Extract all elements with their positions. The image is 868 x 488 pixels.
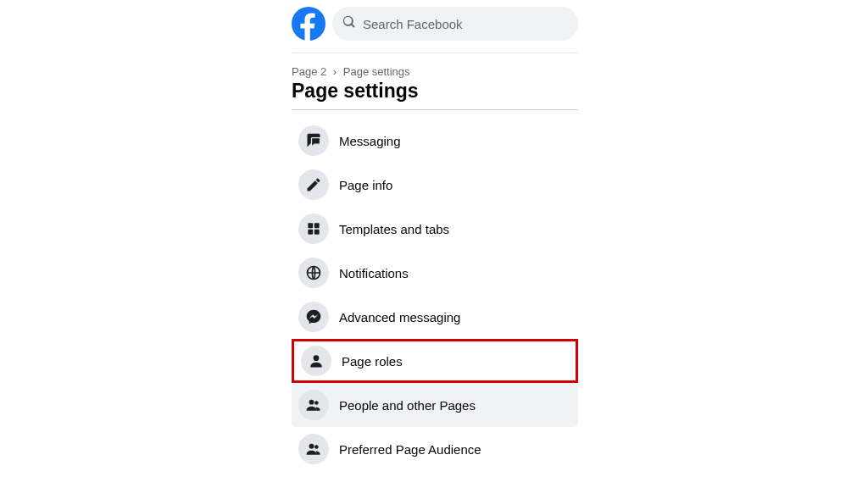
svg-rect-4 [314, 230, 320, 235]
menu-item-page-roles[interactable]: Page roles [292, 339, 578, 383]
audience-icon [298, 434, 329, 464]
breadcrumb-separator: › [333, 65, 337, 78]
search-placeholder: Search Facebook [363, 17, 463, 31]
messaging-icon [298, 125, 329, 156]
svg-point-6 [314, 355, 320, 361]
svg-rect-2 [314, 223, 320, 228]
svg-point-9 [309, 444, 314, 449]
breadcrumb: Page 2 › Page settings [292, 65, 578, 78]
menu-item-label: Messaging [339, 134, 401, 148]
pencil-icon [298, 169, 329, 200]
globe-icon [298, 258, 329, 288]
grid-icon [298, 214, 329, 244]
menu-item-label: Notifications [339, 266, 409, 280]
breadcrumb-item-page2[interactable]: Page 2 [292, 65, 326, 78]
menu-item-templates-tabs[interactable]: Templates and tabs [292, 207, 578, 251]
person-icon [301, 346, 331, 376]
breadcrumb-item-page-settings[interactable]: Page settings [343, 65, 410, 78]
svg-point-8 [314, 401, 319, 405]
settings-menu: Messaging Page info Templates and tabs [292, 119, 578, 471]
menu-item-advanced-messaging[interactable]: Advanced messaging [292, 295, 578, 339]
menu-item-label: People and other Pages [339, 398, 476, 413]
svg-point-10 [314, 445, 319, 449]
menu-item-people-pages[interactable]: People and other Pages [292, 383, 578, 427]
menu-item-label: Advanced messaging [339, 310, 460, 324]
menu-item-preferred-audience[interactable]: Preferred Page Audience [292, 427, 578, 471]
search-icon [342, 15, 356, 32]
menu-item-label: Templates and tabs [339, 222, 449, 236]
menu-item-page-info[interactable]: Page info [292, 163, 578, 207]
menu-item-messaging[interactable]: Messaging [292, 119, 578, 163]
header-divider [292, 53, 578, 53]
messenger-icon [298, 302, 329, 332]
title-divider [292, 109, 578, 110]
menu-item-label: Preferred Page Audience [339, 442, 481, 457]
menu-item-notifications[interactable]: Notifications [292, 251, 578, 295]
page-title: Page settings [292, 80, 578, 103]
svg-point-7 [309, 400, 314, 405]
menu-item-label: Page info [339, 178, 392, 192]
facebook-logo-icon[interactable] [292, 7, 326, 41]
svg-rect-3 [308, 230, 313, 235]
menu-item-label: Page roles [342, 354, 403, 369]
svg-rect-1 [308, 223, 313, 228]
app-header: Search Facebook [292, 7, 578, 49]
people-icon [298, 390, 329, 420]
search-input[interactable]: Search Facebook [332, 7, 578, 41]
